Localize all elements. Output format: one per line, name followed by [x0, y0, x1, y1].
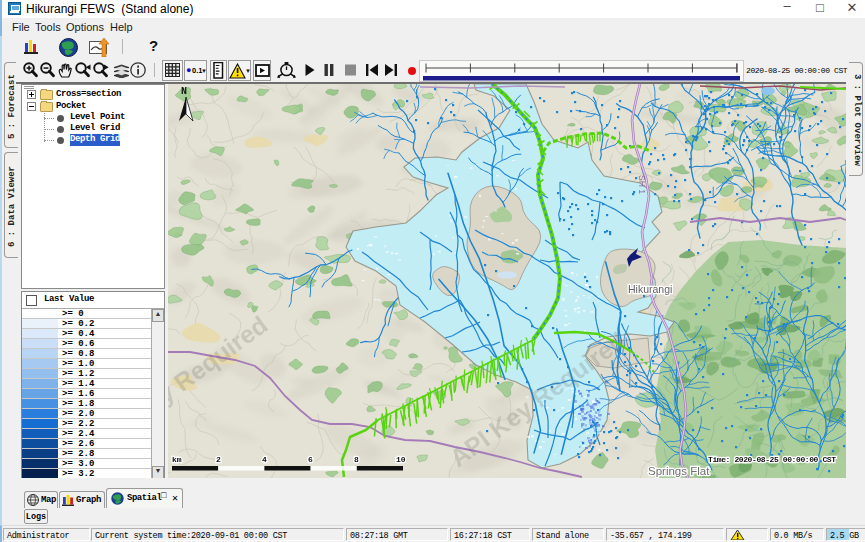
svg-text:2: 2	[216, 455, 221, 464]
svg-text:Time: 2020-08-25 00:00:00 CST: Time: 2020-08-25 00:00:00 CST	[708, 455, 836, 464]
svg-text:4: 4	[262, 455, 267, 464]
svg-text:10: 10	[396, 455, 406, 464]
svg-text:km: km	[172, 455, 182, 464]
svg-text:Hikurangi: Hikurangi	[628, 283, 672, 295]
svg-text:8: 8	[354, 455, 359, 464]
svg-text:N: N	[181, 86, 187, 97]
svg-text:SH 1: SH 1	[637, 175, 647, 194]
svg-text:6: 6	[308, 455, 313, 464]
svg-text:Springs Flat: Springs Flat	[648, 465, 710, 477]
